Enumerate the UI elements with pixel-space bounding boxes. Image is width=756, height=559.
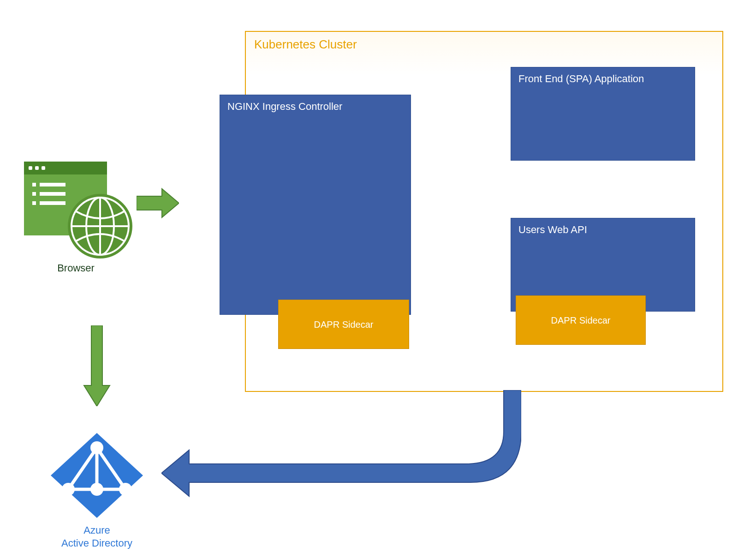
azure-ad-title-line1: Azure: [83, 524, 110, 536]
window-control-dot: [29, 166, 32, 170]
list-bullet-icon: [32, 201, 36, 205]
dapr-sidecar-nginx: DAPR Sidecar: [278, 300, 409, 349]
browser-label: Browser: [24, 262, 128, 274]
svg-marker-5: [84, 325, 110, 406]
svg-marker-4: [137, 189, 179, 217]
svg-point-11: [90, 483, 103, 496]
architecture-diagram: Browser Azure Active Directory: [0, 0, 756, 559]
list-bullet-icon: [32, 183, 36, 186]
dapr-sidecar-label: DAPR Sidecar: [279, 319, 409, 330]
svg-point-12: [119, 483, 132, 496]
globe-icon: [68, 194, 132, 258]
list-line-icon: [40, 183, 65, 186]
window-control-dot: [35, 166, 39, 170]
nginx-ingress-box: NGINX Ingress Controller: [220, 95, 411, 315]
azure-ad-node: Azure Active Directory: [46, 429, 148, 549]
list-line-icon: [40, 192, 65, 196]
dapr-sidecar-api: DAPR Sidecar: [516, 295, 646, 345]
frontend-spa-box: Front End (SPA) Application: [511, 67, 695, 161]
azure-ad-icon: [46, 429, 148, 522]
azure-ad-title-line2: Active Directory: [61, 537, 132, 549]
browser-node: Browser: [24, 162, 128, 284]
azure-ad-label: Azure Active Directory: [42, 524, 152, 549]
window-control-dot: [42, 166, 45, 170]
frontend-spa-label: Front End (SPA) Application: [518, 73, 644, 85]
svg-point-10: [62, 483, 75, 496]
svg-point-9: [90, 441, 103, 454]
arrow-curved-left-icon: [161, 390, 521, 501]
dapr-sidecar-label: DAPR Sidecar: [516, 315, 645, 325]
arrow-down-icon: [83, 325, 111, 406]
users-web-api-label: Users Web API: [518, 224, 587, 236]
list-bullet-icon: [32, 192, 36, 196]
arrow-right-icon: [137, 187, 179, 219]
kubernetes-cluster-title: Kubernetes Cluster: [254, 37, 357, 52]
browser-titlebar: [24, 162, 107, 174]
nginx-ingress-label: NGINX Ingress Controller: [227, 101, 342, 113]
list-line-icon: [40, 201, 65, 205]
globe-lines-icon: [68, 194, 132, 258]
